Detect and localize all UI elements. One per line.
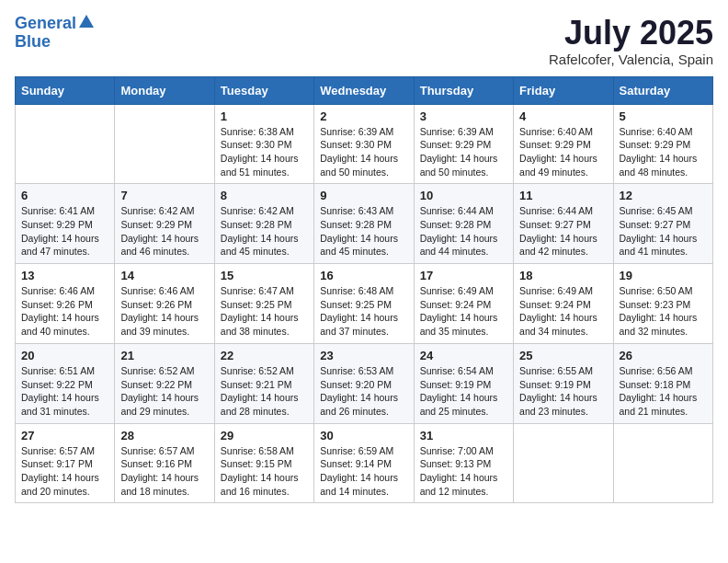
- calendar-table: SundayMondayTuesdayWednesdayThursdayFrid…: [15, 76, 713, 504]
- calendar-cell: 9Sunrise: 6:43 AMSunset: 9:28 PMDaylight…: [314, 184, 414, 264]
- calendar-cell: 5Sunrise: 6:40 AMSunset: 9:29 PMDaylight…: [613, 104, 712, 184]
- month-title: July 2025: [549, 15, 713, 52]
- day-details: Sunrise: 6:46 AMSunset: 9:26 PMDaylight:…: [120, 284, 208, 339]
- calendar-cell: 28Sunrise: 6:57 AMSunset: 9:16 PMDayligh…: [115, 423, 214, 503]
- day-number: 24: [420, 349, 507, 362]
- logo-icon: [78, 14, 95, 30]
- day-details: Sunrise: 6:48 AMSunset: 9:25 PMDaylight:…: [320, 284, 407, 339]
- day-number: 15: [221, 269, 308, 282]
- title-block: July 2025 Rafelcofer, Valencia, Spain: [549, 15, 713, 67]
- calendar-cell: 19Sunrise: 6:50 AMSunset: 9:23 PMDayligh…: [613, 264, 712, 344]
- day-number: 2: [320, 109, 407, 123]
- day-number: 14: [120, 269, 208, 282]
- day-number: 23: [320, 349, 407, 362]
- day-details: Sunrise: 6:43 AMSunset: 9:28 PMDaylight:…: [320, 204, 407, 259]
- calendar-cell: 17Sunrise: 6:49 AMSunset: 9:24 PMDayligh…: [414, 264, 513, 344]
- day-number: 16: [320, 269, 407, 282]
- day-details: Sunrise: 6:49 AMSunset: 9:24 PMDaylight:…: [420, 284, 507, 339]
- day-number: 22: [221, 349, 308, 362]
- calendar-cell: 21Sunrise: 6:52 AMSunset: 9:22 PMDayligh…: [115, 343, 214, 423]
- calendar-cell: 11Sunrise: 6:44 AMSunset: 9:27 PMDayligh…: [514, 184, 613, 264]
- calendar-cell: [16, 104, 115, 184]
- day-details: Sunrise: 6:41 AMSunset: 9:29 PMDaylight:…: [21, 204, 108, 259]
- calendar-week-row: 13Sunrise: 6:46 AMSunset: 9:26 PMDayligh…: [16, 264, 713, 344]
- day-details: Sunrise: 6:42 AMSunset: 9:28 PMDaylight:…: [221, 204, 308, 259]
- day-number: 19: [620, 269, 707, 282]
- day-number: 11: [519, 189, 607, 202]
- day-number: 26: [620, 349, 707, 362]
- calendar-cell: [514, 423, 613, 503]
- day-details: Sunrise: 6:58 AMSunset: 9:15 PMDaylight:…: [221, 444, 308, 499]
- day-details: Sunrise: 6:47 AMSunset: 9:25 PMDaylight:…: [221, 284, 308, 339]
- day-details: Sunrise: 6:54 AMSunset: 9:19 PMDaylight:…: [420, 364, 507, 419]
- calendar-cell: [115, 104, 214, 184]
- day-number: 17: [420, 269, 507, 282]
- day-details: Sunrise: 6:56 AMSunset: 9:18 PMDaylight:…: [620, 364, 707, 419]
- calendar-cell: 22Sunrise: 6:52 AMSunset: 9:21 PMDayligh…: [214, 343, 313, 423]
- day-number: 7: [120, 189, 208, 202]
- day-details: Sunrise: 6:53 AMSunset: 9:20 PMDaylight:…: [320, 364, 407, 419]
- calendar-cell: 4Sunrise: 6:40 AMSunset: 9:29 PMDaylight…: [514, 104, 613, 184]
- weekday-header-monday: Monday: [115, 76, 214, 104]
- calendar-cell: 16Sunrise: 6:48 AMSunset: 9:25 PMDayligh…: [314, 264, 414, 344]
- day-number: 27: [21, 429, 108, 442]
- day-number: 6: [21, 189, 108, 202]
- weekday-header-thursday: Thursday: [414, 76, 513, 104]
- page-header: General Blue July 2025 Rafelcofer, Valen…: [15, 15, 713, 67]
- day-number: 13: [21, 269, 108, 282]
- day-details: Sunrise: 6:42 AMSunset: 9:29 PMDaylight:…: [120, 204, 208, 259]
- calendar-cell: 2Sunrise: 6:39 AMSunset: 9:30 PMDaylight…: [314, 104, 414, 184]
- calendar-week-row: 1Sunrise: 6:38 AMSunset: 9:30 PMDaylight…: [16, 104, 713, 184]
- day-details: Sunrise: 6:39 AMSunset: 9:29 PMDaylight:…: [420, 125, 507, 179]
- day-number: 29: [221, 429, 308, 442]
- calendar-cell: 10Sunrise: 6:44 AMSunset: 9:28 PMDayligh…: [414, 184, 513, 264]
- day-details: Sunrise: 6:50 AMSunset: 9:23 PMDaylight:…: [620, 284, 707, 339]
- logo: General Blue: [15, 15, 95, 52]
- calendar-cell: 15Sunrise: 6:47 AMSunset: 9:25 PMDayligh…: [214, 264, 313, 344]
- calendar-week-row: 27Sunrise: 6:57 AMSunset: 9:17 PMDayligh…: [16, 423, 713, 503]
- calendar-week-row: 20Sunrise: 6:51 AMSunset: 9:22 PMDayligh…: [16, 343, 713, 423]
- calendar-cell: 25Sunrise: 6:55 AMSunset: 9:19 PMDayligh…: [514, 343, 613, 423]
- day-details: Sunrise: 6:52 AMSunset: 9:21 PMDaylight:…: [221, 364, 308, 419]
- weekday-header-row: SundayMondayTuesdayWednesdayThursdayFrid…: [16, 76, 713, 104]
- calendar-cell: 27Sunrise: 6:57 AMSunset: 9:17 PMDayligh…: [16, 423, 115, 503]
- day-number: 1: [221, 109, 308, 123]
- calendar-cell: 24Sunrise: 6:54 AMSunset: 9:19 PMDayligh…: [414, 343, 513, 423]
- day-number: 5: [620, 109, 707, 123]
- day-details: Sunrise: 6:57 AMSunset: 9:16 PMDaylight:…: [120, 444, 208, 499]
- day-details: Sunrise: 6:46 AMSunset: 9:26 PMDaylight:…: [21, 284, 108, 339]
- calendar-cell: 29Sunrise: 6:58 AMSunset: 9:15 PMDayligh…: [214, 423, 313, 503]
- calendar-cell: 18Sunrise: 6:49 AMSunset: 9:24 PMDayligh…: [514, 264, 613, 344]
- logo-blue-text: Blue: [15, 33, 51, 52]
- day-number: 12: [620, 189, 707, 202]
- day-details: Sunrise: 6:55 AMSunset: 9:19 PMDaylight:…: [519, 364, 607, 419]
- weekday-header-tuesday: Tuesday: [214, 76, 313, 104]
- calendar-cell: [613, 423, 712, 503]
- day-number: 28: [120, 429, 208, 442]
- calendar-cell: 13Sunrise: 6:46 AMSunset: 9:26 PMDayligh…: [16, 264, 115, 344]
- day-details: Sunrise: 6:38 AMSunset: 9:30 PMDaylight:…: [221, 125, 308, 179]
- day-number: 20: [21, 349, 108, 362]
- day-number: 3: [420, 109, 507, 123]
- day-number: 8: [221, 189, 308, 202]
- day-details: Sunrise: 6:52 AMSunset: 9:22 PMDaylight:…: [120, 364, 208, 419]
- calendar-cell: 12Sunrise: 6:45 AMSunset: 9:27 PMDayligh…: [613, 184, 712, 264]
- day-number: 25: [519, 349, 607, 362]
- calendar-cell: 26Sunrise: 6:56 AMSunset: 9:18 PMDayligh…: [613, 343, 712, 423]
- day-number: 30: [320, 429, 407, 442]
- weekday-header-saturday: Saturday: [613, 76, 712, 104]
- calendar-cell: 20Sunrise: 6:51 AMSunset: 9:22 PMDayligh…: [16, 343, 115, 423]
- weekday-header-friday: Friday: [514, 76, 613, 104]
- day-details: Sunrise: 6:57 AMSunset: 9:17 PMDaylight:…: [21, 444, 108, 499]
- day-details: Sunrise: 6:44 AMSunset: 9:28 PMDaylight:…: [420, 204, 507, 259]
- calendar-cell: 1Sunrise: 6:38 AMSunset: 9:30 PMDaylight…: [214, 104, 313, 184]
- day-number: 4: [519, 109, 607, 123]
- calendar-cell: 8Sunrise: 6:42 AMSunset: 9:28 PMDaylight…: [214, 184, 313, 264]
- svg-marker-0: [79, 15, 94, 28]
- day-number: 31: [420, 429, 507, 442]
- day-details: Sunrise: 6:39 AMSunset: 9:30 PMDaylight:…: [320, 125, 407, 179]
- weekday-header-sunday: Sunday: [16, 76, 115, 104]
- day-details: Sunrise: 6:49 AMSunset: 9:24 PMDaylight:…: [519, 284, 607, 339]
- day-number: 21: [120, 349, 208, 362]
- calendar-cell: 30Sunrise: 6:59 AMSunset: 9:14 PMDayligh…: [314, 423, 414, 503]
